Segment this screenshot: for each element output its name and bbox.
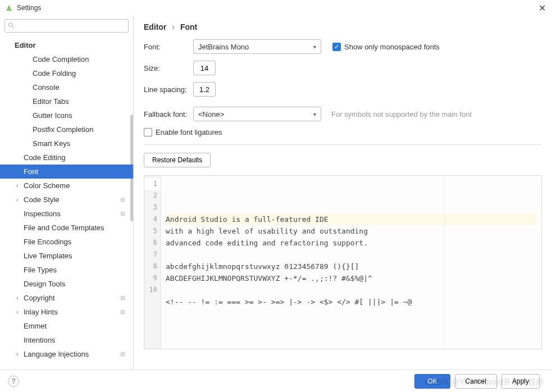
gutter: 12345678910: [144, 176, 161, 349]
code-line: [166, 320, 537, 331]
sidebar-item-label: Editor: [15, 41, 36, 49]
chevron-right-icon: ›: [15, 295, 20, 301]
sidebar-item-code-completion[interactable]: Code Completion: [0, 52, 133, 66]
line-spacing-input[interactable]: [193, 82, 216, 97]
fallback-hint: For symbols not supported by the main fo…: [331, 110, 472, 118]
code-line: [166, 249, 537, 261]
sidebar-item-label: Inlay Hints: [24, 308, 58, 316]
breadcrumb-root[interactable]: Editor: [144, 22, 166, 31]
sidebar-item-label: File and Code Templates: [24, 224, 104, 232]
chevron-right-icon: ›: [33, 141, 38, 147]
sidebar-item-code-style[interactable]: ›Code Style⊞: [0, 193, 133, 207]
sidebar-item-code-editing[interactable]: Code Editing: [0, 151, 133, 165]
sidebar-item-inspections[interactable]: Inspections⊞: [0, 207, 133, 221]
sidebar-item-label: Language Injections: [24, 350, 89, 358]
sidebar-item-label: Intentions: [24, 336, 55, 344]
breadcrumb-leaf: Font: [180, 22, 197, 31]
code-line: [166, 308, 537, 320]
code-line: <!-- -- != := === >= >- >=> |-> -> <$> <…: [166, 296, 537, 308]
sidebar-item-emmet[interactable]: Emmet: [0, 319, 133, 333]
sidebar-item-label: Console: [33, 83, 60, 92]
sidebar-item-code-folding[interactable]: Code Folding: [0, 66, 133, 80]
sidebar-item-smart-keys[interactable]: ›Smart Keys: [0, 136, 133, 151]
divider: [144, 144, 542, 145]
close-icon[interactable]: ✕: [536, 3, 548, 13]
line-number: 6: [144, 237, 161, 249]
footer: ? OK Cancel Apply: [0, 370, 552, 392]
sidebar-item-label: Live Templates: [24, 252, 72, 260]
sidebar-item-postfix-completion[interactable]: Postfix Completion: [0, 122, 133, 136]
sidebar-item-label: File Encodings: [24, 238, 71, 246]
sidebar-item-inlay-hints[interactable]: ›Inlay Hints⊞: [0, 305, 133, 319]
window-title: Settings: [17, 4, 536, 12]
sidebar-item-file-encodings[interactable]: File Encodings: [0, 235, 133, 249]
sidebar-item-language-injections[interactable]: ›Language Injections⊞: [0, 347, 133, 361]
ligatures-label: Enable font ligatures: [156, 128, 222, 136]
size-input[interactable]: [193, 61, 216, 75]
line-number: 3: [144, 202, 161, 213]
code-line: abcdefghijklmnopqrstuvwxyz 0123456789 ()…: [166, 261, 537, 272]
monospaced-checkbox[interactable]: ✓: [332, 43, 341, 51]
breadcrumb: Editor › Font: [144, 21, 542, 39]
search-input[interactable]: [4, 19, 129, 33]
sidebar-item-editor-tabs[interactable]: Editor Tabs: [0, 94, 133, 108]
chevron-down-icon: ▾: [313, 44, 316, 50]
sidebar-item-label: Copyright: [24, 294, 55, 302]
sidebar-item-gutter-icons[interactable]: Gutter Icons: [0, 108, 133, 122]
fallback-value: <None>: [198, 110, 313, 118]
sidebar-item-design-tools[interactable]: Design Tools: [0, 277, 133, 291]
code-line: advanced code editing and refactoring su…: [166, 237, 537, 249]
sidebar-item-copyright[interactable]: ›Copyright⊞: [0, 291, 133, 305]
line-number: 2: [144, 190, 161, 202]
gear-icon: ⊞: [120, 210, 125, 217]
sidebar-item-label: Code Editing: [24, 153, 65, 162]
chevron-right-icon: ›: [168, 22, 178, 31]
line-number: 10: [144, 284, 161, 296]
ligatures-checkbox[interactable]: [144, 128, 152, 136]
svg-point-0: [7, 8, 8, 10]
app-icon: [4, 3, 13, 12]
gear-icon: ⊞: [120, 350, 125, 358]
code-line: with a high level of usability and outst…: [166, 225, 537, 237]
size-label: Size:: [144, 64, 193, 72]
font-dropdown[interactable]: JetBrains Mono ▾: [193, 39, 321, 54]
sidebar-item-color-scheme[interactable]: ›Color Scheme: [0, 179, 133, 193]
sidebar-item-label: Code Style: [24, 195, 60, 204]
sidebar-item-label: Code Folding: [33, 69, 76, 78]
help-icon[interactable]: ?: [8, 376, 19, 387]
gear-icon: ⊞: [120, 294, 125, 302]
settings-tree[interactable]: EditorCode CompletionCode FoldingConsole…: [0, 36, 133, 370]
sidebar-item-label: Color Scheme: [24, 181, 70, 190]
font-preview: 12345678910 Android Studio is a full-fea…: [144, 175, 542, 349]
font-value: JetBrains Mono: [198, 43, 313, 51]
sidebar-item-label: Emmet: [24, 322, 47, 330]
line-number: 1: [144, 178, 161, 190]
sidebar-item-font[interactable]: Font: [0, 165, 133, 179]
restore-defaults-button[interactable]: Restore Defaults: [144, 153, 211, 167]
chevron-right-icon: ›: [15, 352, 20, 357]
sidebar-item-intentions[interactable]: Intentions: [0, 333, 133, 347]
sidebar-item-console[interactable]: Console: [0, 80, 133, 94]
ok-button[interactable]: OK: [414, 374, 450, 389]
sidebar-item-file-types[interactable]: File Types: [0, 263, 133, 277]
font-label: Font:: [144, 43, 193, 51]
apply-button[interactable]: Apply: [501, 374, 540, 389]
line-number: 4: [144, 213, 161, 225]
sidebar-item-label: Gutter Icons: [33, 111, 72, 120]
svg-point-1: [10, 8, 11, 10]
sidebar-item-label: Editor Tabs: [33, 97, 69, 106]
sidebar-item-label: Postfix Completion: [33, 125, 93, 134]
sidebar-item-editor[interactable]: Editor: [0, 38, 133, 52]
cancel-button[interactable]: Cancel: [455, 374, 497, 389]
code-line: [166, 284, 537, 296]
svg-point-2: [9, 23, 13, 27]
sidebar-item-file-and-code-templates[interactable]: File and Code Templates: [0, 221, 133, 235]
sidebar: EditorCode CompletionCode FoldingConsole…: [0, 16, 134, 370]
code-area[interactable]: Android Studio is a full-featured IDEwit…: [161, 176, 541, 349]
line-spacing-label: Line spacing:: [144, 85, 193, 94]
fallback-font-dropdown[interactable]: <None> ▾: [193, 107, 321, 121]
chevron-right-icon: ›: [15, 183, 20, 189]
code-line: Android Studio is a full-featured IDE: [166, 213, 537, 225]
sidebar-item-label: Code Completion: [33, 55, 89, 63]
sidebar-item-live-templates[interactable]: Live Templates: [0, 249, 133, 263]
